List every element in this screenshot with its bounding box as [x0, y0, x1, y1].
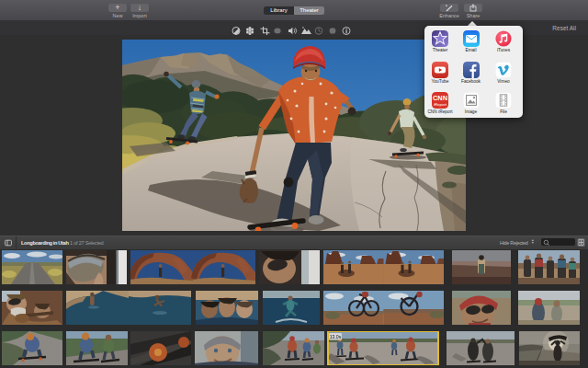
svg-text:13.0s: 13.0s — [330, 334, 342, 339]
svg-text:iReport: iReport — [434, 101, 447, 106]
